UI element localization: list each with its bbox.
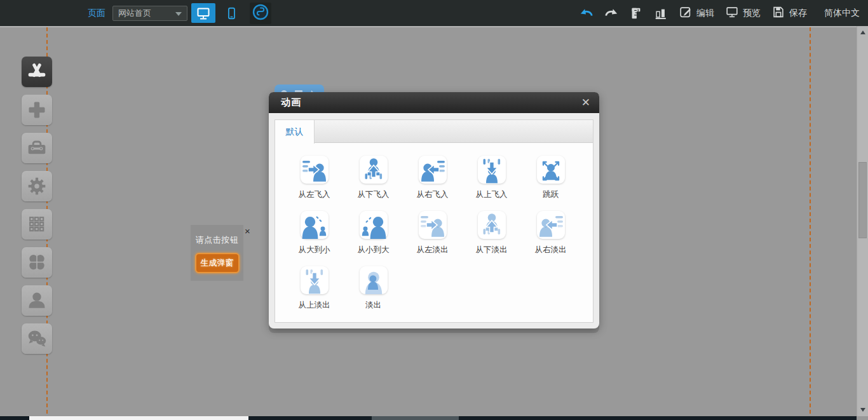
animation-option-label: 从右淡出 bbox=[521, 245, 580, 255]
animation-option-fade-down[interactable]: 从下淡出 bbox=[462, 211, 521, 266]
animation-option-label: 淡出 bbox=[344, 300, 403, 311]
fly-up-icon bbox=[478, 156, 506, 184]
modal-titlebar[interactable]: 动画 ✕ bbox=[269, 92, 599, 113]
redo-button[interactable] bbox=[604, 6, 618, 20]
ruler-button[interactable] bbox=[629, 6, 643, 20]
generate-popup-button[interactable]: 生成弹窗 bbox=[195, 253, 240, 273]
gear-icon bbox=[24, 173, 50, 199]
save-label: 保存 bbox=[789, 8, 807, 19]
toolbar-right-group: 编辑 预览 保存 简体中文 bbox=[580, 0, 860, 26]
fade-left-icon bbox=[419, 211, 447, 239]
sidebar-item-toolbox[interactable] bbox=[22, 133, 52, 163]
toolbox-icon bbox=[24, 135, 50, 161]
desktop-icon bbox=[196, 6, 211, 21]
page-label: 页面 bbox=[88, 8, 105, 19]
widget-close-icon[interactable]: × bbox=[245, 226, 250, 236]
appstore-icon bbox=[24, 59, 50, 85]
animation-option-fade-out[interactable]: 淡出 bbox=[344, 266, 403, 322]
sidebar-item-grid[interactable] bbox=[22, 209, 52, 240]
caret-down-icon bbox=[175, 8, 182, 18]
sidebar-item-gear[interactable] bbox=[22, 171, 52, 201]
mobile-icon bbox=[224, 6, 238, 21]
preview-button[interactable]: 预览 bbox=[725, 5, 761, 21]
sidebar-item-appstore[interactable] bbox=[22, 57, 52, 87]
toolbar-left-group: 页面 网站首页 bbox=[88, 3, 271, 24]
sidebar bbox=[22, 57, 52, 362]
monitor-icon bbox=[725, 5, 739, 21]
animation-option-fade-left[interactable]: 从左淡出 bbox=[403, 211, 462, 266]
animation-option-jump[interactable]: 跳跃 bbox=[521, 156, 580, 211]
bottom-strip bbox=[0, 416, 857, 420]
sidebar-item-wechat[interactable] bbox=[22, 323, 52, 354]
modal-close-icon[interactable]: ✕ bbox=[581, 97, 590, 108]
animation-option-label: 从左飞入 bbox=[285, 189, 344, 200]
bottom-strip-gray-segment bbox=[372, 416, 459, 420]
popup-trigger-widget[interactable]: 请点击按钮 生成弹窗 × bbox=[191, 225, 243, 281]
modal-title: 动画 bbox=[281, 97, 301, 109]
animation-panel: 默认 从左飞入从下飞入从右飞入从上飞入跳跃从大到小从小到大从左淡出从下淡出从右淡… bbox=[275, 119, 593, 323]
design-canvas[interactable]: 请点击按钮 生成弹窗 × 动画 ✕ 默认 bbox=[0, 26, 857, 420]
link-button[interactable] bbox=[250, 3, 271, 24]
fade-up-icon bbox=[301, 266, 329, 294]
mobile-view-button[interactable] bbox=[219, 3, 243, 23]
animation-option-fly-right[interactable]: 从右飞入 bbox=[403, 156, 462, 211]
animation-option-label: 从下淡出 bbox=[462, 245, 521, 255]
save-button[interactable]: 保存 bbox=[771, 5, 807, 21]
animation-option-label: 跳跃 bbox=[521, 189, 580, 200]
editor-app: 页面 网站首页 编辑 bbox=[0, 0, 868, 420]
vertical-scrollbar[interactable] bbox=[857, 26, 868, 416]
triangle-up-icon bbox=[860, 30, 865, 34]
modal-body: 默认 从左飞入从下飞入从右飞入从上飞入跳跃从大到小从小到大从左淡出从下淡出从右淡… bbox=[269, 113, 599, 329]
undo-button[interactable] bbox=[580, 6, 593, 20]
top-toolbar: 页面 网站首页 编辑 bbox=[0, 0, 868, 26]
small-to-big-icon bbox=[360, 211, 388, 239]
animation-option-fly-down[interactable]: 从下飞入 bbox=[344, 156, 403, 211]
triangle-down-icon bbox=[860, 408, 865, 412]
scroll-down-arrow[interactable] bbox=[857, 405, 868, 415]
widget-prompt-text: 请点击按钮 bbox=[191, 234, 243, 246]
edit-button[interactable]: 编辑 bbox=[679, 5, 714, 21]
scroll-up-arrow[interactable] bbox=[857, 27, 868, 37]
fly-down-icon bbox=[360, 156, 388, 184]
animation-grid: 从左飞入从下飞入从右飞入从上飞入跳跃从大到小从小到大从左淡出从下淡出从右淡出从上… bbox=[275, 143, 593, 322]
animation-option-label: 从大到小 bbox=[285, 245, 344, 255]
page-dropdown-value: 网站首页 bbox=[118, 8, 151, 19]
tabstrip: 默认 bbox=[275, 120, 593, 143]
animation-option-fly-up[interactable]: 从上飞入 bbox=[462, 156, 521, 211]
animation-option-fade-right[interactable]: 从右淡出 bbox=[521, 211, 580, 266]
fade-down-icon bbox=[478, 211, 506, 239]
fade-right-icon bbox=[537, 211, 565, 239]
page-dropdown[interactable]: 网站首页 bbox=[112, 6, 187, 21]
guide-line-right bbox=[810, 27, 811, 420]
edit-label: 编辑 bbox=[696, 8, 714, 19]
language-switcher[interactable]: 简体中文 bbox=[824, 8, 860, 19]
floppy-icon bbox=[771, 5, 785, 21]
desktop-view-button[interactable] bbox=[191, 3, 215, 23]
animation-option-fade-up[interactable]: 从上淡出 bbox=[285, 266, 344, 322]
animation-option-label: 从下飞入 bbox=[344, 189, 403, 200]
animation-modal: 动画 ✕ 默认 从左飞入从下飞入从右飞入从上飞入跳跃从大到小从小到大从左淡出从下… bbox=[269, 92, 599, 329]
tab-default[interactable]: 默认 bbox=[275, 120, 315, 144]
plus-icon bbox=[24, 97, 50, 123]
link-icon bbox=[252, 3, 269, 24]
animation-option-small-to-big[interactable]: 从小到大 bbox=[344, 211, 403, 266]
animation-option-label: 从小到大 bbox=[344, 245, 403, 255]
animation-option-label: 从上淡出 bbox=[285, 300, 344, 311]
big-to-small-icon bbox=[301, 211, 329, 239]
animation-option-fly-left[interactable]: 从左飞入 bbox=[285, 156, 344, 211]
wechat-icon bbox=[24, 326, 50, 351]
person-icon bbox=[24, 288, 50, 313]
scrollbar-thumb[interactable] bbox=[858, 162, 867, 238]
grid-icon bbox=[24, 212, 50, 237]
sidebar-item-person[interactable] bbox=[22, 285, 52, 316]
edit-icon bbox=[679, 5, 693, 21]
sidebar-item-plus[interactable] bbox=[22, 95, 52, 125]
bottom-strip-light-segment bbox=[29, 416, 248, 420]
animation-option-big-to-small[interactable]: 从大到小 bbox=[285, 211, 344, 266]
animation-option-label: 从上飞入 bbox=[462, 189, 521, 200]
clover-icon bbox=[24, 250, 50, 275]
jump-icon bbox=[537, 156, 565, 184]
sidebar-item-clover[interactable] bbox=[22, 247, 52, 278]
fly-left-icon bbox=[301, 156, 329, 184]
stats-button[interactable] bbox=[654, 6, 668, 20]
